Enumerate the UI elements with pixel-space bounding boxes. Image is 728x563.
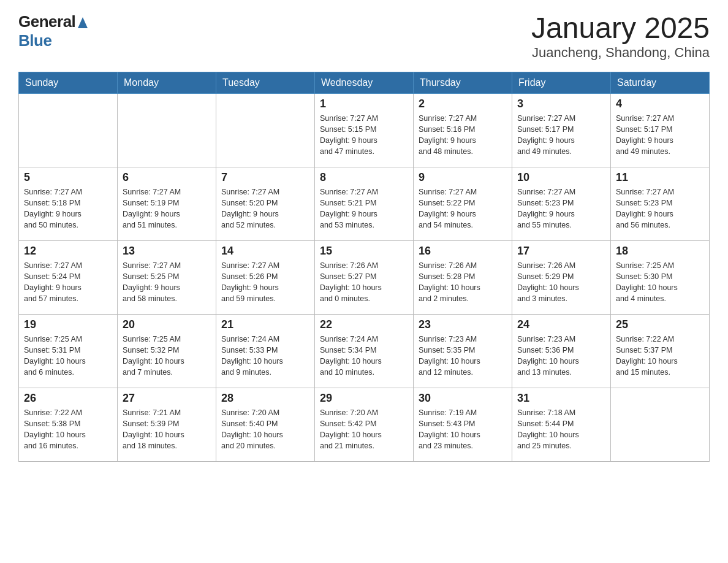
day-info: Sunrise: 7:27 AMSunset: 5:19 PMDaylight:… [123,186,211,231]
day-number: 12 [24,245,112,258]
calendar-week-row: 12Sunrise: 7:27 AMSunset: 5:24 PMDayligh… [19,240,710,314]
table-row: 21Sunrise: 7:24 AMSunset: 5:33 PMDayligh… [216,314,315,388]
day-number: 3 [517,98,605,110]
svg-marker-0 [78,17,88,28]
table-row [118,93,216,167]
table-row: 19Sunrise: 7:25 AMSunset: 5:31 PMDayligh… [19,314,118,388]
calendar-title: January 2025 [531,12,710,45]
table-row: 20Sunrise: 7:25 AMSunset: 5:32 PMDayligh… [118,314,216,388]
day-info: Sunrise: 7:26 AMSunset: 5:29 PMDaylight:… [517,260,605,305]
table-row: 16Sunrise: 7:26 AMSunset: 5:28 PMDayligh… [414,240,512,314]
day-info: Sunrise: 7:27 AMSunset: 5:16 PMDaylight:… [419,113,507,158]
day-number: 5 [24,171,112,184]
header-friday: Friday [512,72,611,93]
calendar-week-row: 1Sunrise: 7:27 AMSunset: 5:15 PMDaylight… [19,93,710,167]
day-number: 18 [616,245,704,258]
table-row: 10Sunrise: 7:27 AMSunset: 5:23 PMDayligh… [512,167,611,240]
table-row: 27Sunrise: 7:21 AMSunset: 5:39 PMDayligh… [118,388,216,461]
day-info: Sunrise: 7:27 AMSunset: 5:23 PMDaylight:… [517,186,605,231]
day-info: Sunrise: 7:22 AMSunset: 5:37 PMDaylight:… [616,334,704,378]
day-info: Sunrise: 7:25 AMSunset: 5:31 PMDaylight:… [24,334,112,378]
day-info: Sunrise: 7:27 AMSunset: 5:18 PMDaylight:… [24,186,112,231]
day-info: Sunrise: 7:26 AMSunset: 5:28 PMDaylight:… [419,260,507,305]
day-number: 24 [517,318,605,331]
header-saturday: Saturday [611,72,710,93]
day-info: Sunrise: 7:27 AMSunset: 5:21 PMDaylight:… [320,186,408,231]
day-number: 29 [320,392,408,405]
calendar-table: Sunday Monday Tuesday Wednesday Thursday… [18,72,710,462]
table-row [19,93,118,167]
day-info: Sunrise: 7:26 AMSunset: 5:27 PMDaylight:… [320,260,408,305]
table-row: 23Sunrise: 7:23 AMSunset: 5:35 PMDayligh… [414,314,512,388]
table-row: 25Sunrise: 7:22 AMSunset: 5:37 PMDayligh… [611,314,710,388]
day-info: Sunrise: 7:24 AMSunset: 5:34 PMDaylight:… [320,334,408,378]
day-info: Sunrise: 7:27 AMSunset: 5:17 PMDaylight:… [616,113,704,158]
day-number: 31 [517,392,605,405]
table-row [216,93,315,167]
day-info: Sunrise: 7:18 AMSunset: 5:44 PMDaylight:… [517,407,605,452]
calendar-week-row: 5Sunrise: 7:27 AMSunset: 5:18 PMDaylight… [19,167,710,240]
day-number: 6 [123,171,211,184]
calendar-week-row: 26Sunrise: 7:22 AMSunset: 5:38 PMDayligh… [19,388,710,461]
table-row: 24Sunrise: 7:23 AMSunset: 5:36 PMDayligh… [512,314,611,388]
title-block: January 2025 Juancheng, Shandong, China [531,12,710,61]
day-info: Sunrise: 7:19 AMSunset: 5:43 PMDaylight:… [419,407,507,452]
table-row: 18Sunrise: 7:25 AMSunset: 5:30 PMDayligh… [611,240,710,314]
table-row: 8Sunrise: 7:27 AMSunset: 5:21 PMDaylight… [315,167,414,240]
table-row: 6Sunrise: 7:27 AMSunset: 5:19 PMDaylight… [118,167,216,240]
table-row: 3Sunrise: 7:27 AMSunset: 5:17 PMDaylight… [512,93,611,167]
table-row: 17Sunrise: 7:26 AMSunset: 5:29 PMDayligh… [512,240,611,314]
day-info: Sunrise: 7:27 AMSunset: 5:20 PMDaylight:… [221,186,309,231]
day-info: Sunrise: 7:23 AMSunset: 5:36 PMDaylight:… [517,334,605,378]
table-row: 7Sunrise: 7:27 AMSunset: 5:20 PMDaylight… [216,167,315,240]
day-number: 14 [221,245,309,258]
day-info: Sunrise: 7:27 AMSunset: 5:15 PMDaylight:… [320,113,408,158]
day-number: 15 [320,245,408,258]
page-header: General Blue January 2025 Juancheng, Sha… [18,12,710,61]
table-row: 29Sunrise: 7:20 AMSunset: 5:42 PMDayligh… [315,388,414,461]
table-row: 11Sunrise: 7:27 AMSunset: 5:23 PMDayligh… [611,167,710,240]
calendar-week-row: 19Sunrise: 7:25 AMSunset: 5:31 PMDayligh… [19,314,710,388]
day-info: Sunrise: 7:21 AMSunset: 5:39 PMDaylight:… [123,407,211,452]
day-info: Sunrise: 7:24 AMSunset: 5:33 PMDaylight:… [221,334,309,378]
day-info: Sunrise: 7:27 AMSunset: 5:17 PMDaylight:… [517,113,605,158]
table-row: 1Sunrise: 7:27 AMSunset: 5:15 PMDaylight… [315,93,414,167]
day-info: Sunrise: 7:20 AMSunset: 5:42 PMDaylight:… [320,407,408,452]
table-row: 9Sunrise: 7:27 AMSunset: 5:22 PMDaylight… [414,167,512,240]
table-row [611,388,710,461]
table-row: 31Sunrise: 7:18 AMSunset: 5:44 PMDayligh… [512,388,611,461]
day-number: 28 [221,392,309,405]
calendar-header-row: Sunday Monday Tuesday Wednesday Thursday… [19,72,710,93]
day-number: 25 [616,318,704,331]
day-info: Sunrise: 7:22 AMSunset: 5:38 PMDaylight:… [24,407,112,452]
table-row: 30Sunrise: 7:19 AMSunset: 5:43 PMDayligh… [414,388,512,461]
day-info: Sunrise: 7:27 AMSunset: 5:24 PMDaylight:… [24,260,112,305]
day-info: Sunrise: 7:23 AMSunset: 5:35 PMDaylight:… [419,334,507,378]
day-info: Sunrise: 7:27 AMSunset: 5:26 PMDaylight:… [221,260,309,305]
header-monday: Monday [118,72,216,93]
day-info: Sunrise: 7:25 AMSunset: 5:32 PMDaylight:… [123,334,211,378]
day-number: 27 [123,392,211,405]
logo: General Blue [18,12,89,50]
day-number: 26 [24,392,112,405]
header-thursday: Thursday [414,72,512,93]
day-info: Sunrise: 7:27 AMSunset: 5:22 PMDaylight:… [419,186,507,231]
day-number: 8 [320,171,408,184]
logo-general-text: General [18,12,75,31]
day-number: 4 [616,98,704,110]
day-number: 17 [517,245,605,258]
header-tuesday: Tuesday [216,72,315,93]
day-number: 23 [419,318,507,331]
table-row: 15Sunrise: 7:26 AMSunset: 5:27 PMDayligh… [315,240,414,314]
table-row: 22Sunrise: 7:24 AMSunset: 5:34 PMDayligh… [315,314,414,388]
table-row: 4Sunrise: 7:27 AMSunset: 5:17 PMDaylight… [611,93,710,167]
table-row: 5Sunrise: 7:27 AMSunset: 5:18 PMDaylight… [19,167,118,240]
day-number: 1 [320,98,408,110]
day-number: 13 [123,245,211,258]
logo-blue-text: Blue [18,31,51,50]
calendar-subtitle: Juancheng, Shandong, China [531,45,710,61]
day-number: 30 [419,392,507,405]
logo-triangle-icon [77,16,89,29]
day-info: Sunrise: 7:27 AMSunset: 5:25 PMDaylight:… [123,260,211,305]
day-number: 10 [517,171,605,184]
